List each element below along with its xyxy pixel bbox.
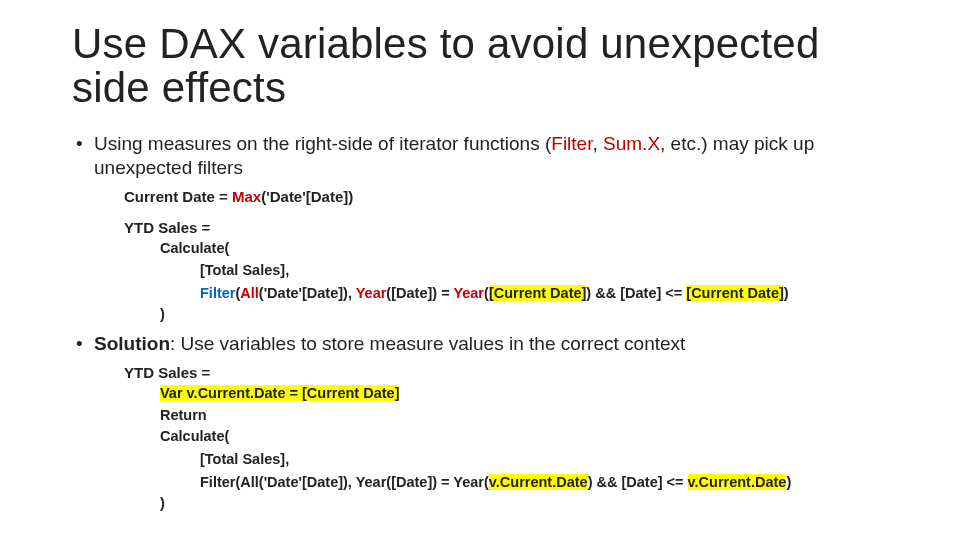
ex1-cur2: [Current Date] [686, 285, 783, 301]
ex2-ytd-label: YTD Sales = [124, 362, 888, 383]
bullet-item-1: Using measures on the right-side of iter… [72, 132, 888, 326]
ex1-year-arg1: ([Date]) = [386, 285, 453, 301]
ex1-cd-arg: ('Date'[Date]) [261, 188, 353, 205]
ex1-and: && [Date] <= [591, 285, 686, 301]
ex1-filter-fn: Filter [200, 285, 235, 301]
ex2-calc-close: ) [160, 493, 888, 515]
ex2-vname: v.Current.Date [187, 385, 286, 401]
bullet1-sep1: , [592, 133, 603, 154]
slide: Use DAX variables to avoid unexpected si… [0, 0, 960, 515]
ex2-filter: Filter(All('Date'[Date]), Year([Date]) =… [200, 474, 489, 490]
ex1-current-date: Current Date = Max('Date'[Date]) [124, 186, 888, 207]
bullet1-fn2: Sum.X [603, 133, 660, 154]
ex2-close: ) [786, 474, 791, 490]
ex1-total: [Total Sales], [200, 259, 888, 281]
bullet2-sol: Solution [94, 333, 170, 354]
ex1-calc-open: Calculate( [160, 238, 888, 260]
bullet1-pre: Using measures on the right-side of iter… [94, 133, 551, 154]
ex1-year-fn: Year [356, 285, 387, 301]
ex1-all-arg: ('Date'[Date]), [259, 285, 356, 301]
ex1-filter-close: ) [784, 285, 789, 301]
ex1-year-fn2: Year [453, 285, 484, 301]
ex2-var: Var [160, 385, 187, 401]
ex2-veq: = [285, 385, 302, 401]
ex2-filter-line: Filter(All('Date'[Date]), Year([Date]) =… [200, 471, 888, 493]
ex1-all-fn: All [240, 285, 259, 301]
ex2-return: Return [160, 405, 888, 427]
ex1-filter-line: Filter(All('Date'[Date]), Year([Date]) =… [200, 282, 888, 304]
ex1-cd-fn: Max [232, 188, 261, 205]
ex1-cur1: [Current Date] [489, 285, 586, 301]
slide-title: Use DAX variables to avoid unexpected si… [72, 22, 888, 110]
ex2-mid: ) && [Date] <= [588, 474, 688, 490]
bullet2-rest: : Use variables to store measure values … [170, 333, 685, 354]
bullet1-fn1: Filter [551, 133, 592, 154]
ex2-v1: v.Current.Date [489, 474, 588, 490]
ex1-cd-label: Current Date = [124, 188, 232, 205]
ex2-v2: v.Current.Date [688, 474, 787, 490]
ex2-var-line: Var v.Current.Date = [Current Date] [160, 383, 888, 405]
ex2-calc-open: Calculate( [160, 426, 888, 448]
ex1-calc-close: ) [160, 304, 888, 326]
ex2-vval: [Current Date] [302, 385, 399, 401]
ex1-ytd-label: YTD Sales = [124, 217, 888, 238]
ex2-total: [Total Sales], [200, 448, 888, 470]
bullet-list: Using measures on the right-side of iter… [72, 132, 888, 515]
bullet-item-2: Solution: Use variables to store measure… [72, 332, 888, 515]
